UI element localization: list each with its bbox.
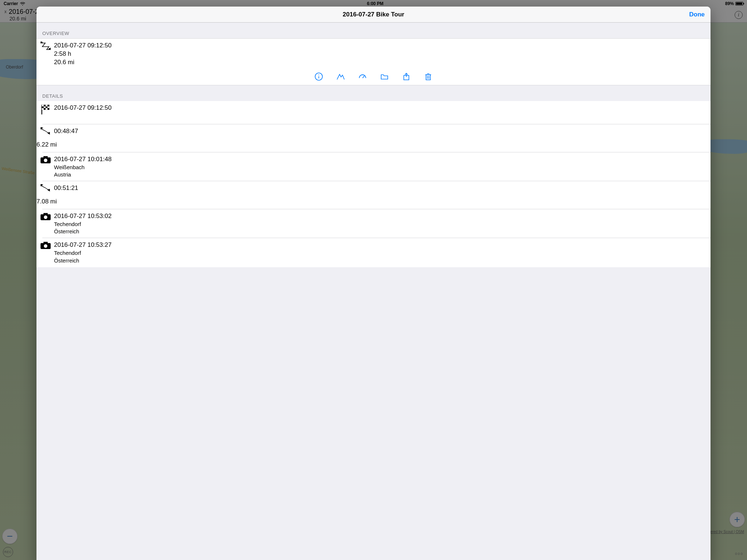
photo-timestamp: 2016-07-27 10:53:02	[54, 212, 463, 221]
photo-country: Österreich	[54, 228, 463, 235]
share-action-button[interactable]	[402, 72, 411, 81]
overview-cell[interactable]: 2016-07-27 09:12:50 2:58 h 20.6 mi	[36, 38, 463, 70]
svg-rect-8	[426, 75, 430, 80]
photo-country: Austria	[54, 171, 463, 178]
svg-marker-26	[41, 184, 43, 186]
speed-action-button[interactable]	[358, 72, 367, 81]
overview-section-header: OVERVIEW	[36, 23, 463, 38]
sheet-header: 2016-07-27 Bike Tour Done	[36, 7, 463, 23]
overview-distance: 20.6 mi	[54, 58, 463, 67]
photo-country: Österreich	[54, 257, 463, 264]
detail-photo-cell[interactable]: 2016-07-27 10:53:27 Techendorf Österreic…	[36, 238, 463, 267]
detail-segment-cell[interactable]: 00:48:47 6.22 mi	[36, 124, 463, 152]
svg-rect-15	[42, 105, 44, 106]
info-action-button[interactable]	[314, 72, 324, 81]
elevation-action-button[interactable]	[336, 72, 345, 81]
start-flag-icon	[40, 104, 51, 114]
camera-icon	[40, 241, 51, 251]
details-list: 2016-07-27 09:12:50 00:48:47 6.22 mi	[36, 101, 463, 267]
svg-point-33	[44, 244, 47, 248]
folder-action-button[interactable]	[380, 72, 389, 81]
segment-elapsed: 00:48:47	[54, 127, 463, 136]
photo-place: Techendorf	[54, 221, 463, 228]
svg-rect-29	[43, 213, 48, 215]
detail-segment-cell[interactable]: 00:51:21 7.08 mi	[36, 181, 463, 209]
route-icon	[40, 42, 51, 52]
svg-rect-20	[46, 108, 47, 110]
segment-elapsed: 00:51:21	[54, 184, 463, 192]
photo-place: Techendorf	[54, 249, 463, 257]
photo-timestamp: 2016-07-27 10:53:27	[54, 241, 463, 249]
svg-rect-24	[43, 156, 48, 158]
svg-rect-17	[44, 106, 46, 108]
svg-rect-16	[46, 105, 47, 106]
detail-start-cell[interactable]: 2016-07-27 09:12:50	[36, 101, 463, 124]
svg-rect-32	[43, 242, 48, 244]
svg-point-4	[318, 74, 319, 75]
svg-rect-19	[42, 108, 44, 110]
segment-icon	[40, 127, 51, 137]
segment-icon	[40, 184, 51, 194]
photo-timestamp: 2016-07-27 10:01:48	[54, 155, 463, 164]
svg-point-25	[44, 159, 47, 162]
overview-timestamp: 2016-07-27 09:12:50	[54, 42, 463, 50]
segment-distance: 6.22 mi	[36, 141, 463, 149]
sheet-scroll[interactable]: OVERVIEW 2016-07-27 09:12:50 2:58 h 20.6…	[36, 23, 463, 347]
svg-marker-21	[41, 127, 43, 129]
camera-icon	[40, 212, 51, 222]
start-timestamp: 2016-07-27 09:12:50	[54, 104, 463, 112]
segment-distance: 7.08 mi	[36, 198, 463, 206]
detail-photo-cell[interactable]: 2016-07-27 10:01:48 Weißenbach Austria	[36, 152, 463, 181]
svg-rect-18	[47, 106, 49, 108]
delete-action-button[interactable]	[423, 72, 433, 81]
camera-icon	[40, 155, 51, 166]
svg-line-5	[363, 76, 364, 78]
photo-place: Weißenbach	[54, 164, 463, 171]
overview-duration: 2:58 h	[54, 50, 463, 58]
svg-point-30	[44, 215, 47, 219]
detail-photo-cell[interactable]: 2016-07-27 10:53:02 Techendorf Österreic…	[36, 209, 463, 238]
track-detail-sheet: 2016-07-27 Bike Tour Done OVERVIEW 2016-…	[36, 7, 463, 347]
sheet-title: 2016-07-27 Bike Tour	[343, 11, 405, 18]
overview-action-row	[36, 70, 463, 85]
details-section-header: DETAILS	[36, 85, 463, 101]
